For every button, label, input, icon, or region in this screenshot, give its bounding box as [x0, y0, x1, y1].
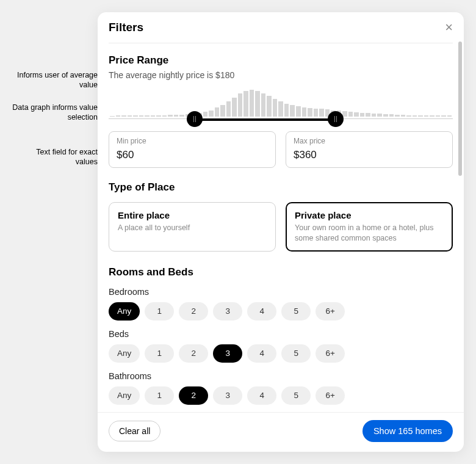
pill-beds-4[interactable]: 4 [247, 344, 276, 363]
histogram-bar [273, 99, 278, 117]
divider [109, 43, 453, 43]
pill-bathrooms-2[interactable]: 2 [179, 386, 208, 405]
histogram-bar [377, 114, 382, 117]
histogram-bar [418, 115, 423, 117]
modal-title: Filters [109, 21, 143, 34]
histogram-bar [174, 115, 179, 117]
close-icon[interactable]: × [445, 21, 453, 34]
pill-bedrooms-2[interactable]: 2 [179, 302, 208, 321]
rooms-group-2: Any123456+ [109, 386, 453, 405]
histogram-bar [342, 111, 347, 117]
scrollbar[interactable] [458, 42, 462, 176]
rooms-group-label: Bathrooms [109, 371, 453, 381]
pill-bathrooms-5[interactable]: 5 [281, 386, 311, 405]
histogram-bar [133, 115, 138, 117]
histogram-bar [413, 115, 417, 117]
price-slider-handle-min[interactable] [187, 111, 203, 127]
type-card-title: Entire place [118, 210, 267, 220]
pill-beds-6+[interactable]: 6+ [316, 344, 345, 363]
pill-beds-Any[interactable]: Any [109, 344, 140, 363]
pill-bedrooms-3[interactable]: 3 [213, 302, 242, 321]
histogram-bar [226, 101, 231, 117]
pill-bedrooms-1[interactable]: 1 [145, 302, 174, 321]
rooms-group-1: Any123456+ [109, 344, 453, 363]
histogram-bar [116, 115, 121, 117]
histogram-bar [314, 109, 319, 117]
histogram-bar [290, 105, 295, 117]
histogram-bar [267, 96, 272, 117]
histogram-bar [145, 115, 150, 117]
histogram-bar [238, 93, 243, 117]
type-card-1[interactable]: Private placeYour own room in a home or … [286, 202, 453, 252]
histogram-bar [209, 111, 214, 117]
pill-bathrooms-4[interactable]: 4 [247, 386, 276, 405]
filters-modal: Filters × Price Range The average nightl… [98, 12, 464, 452]
histogram-bar [447, 115, 452, 117]
histogram-bar [179, 115, 184, 117]
callout-data-graph: Data graph informs value selection [12, 103, 98, 123]
type-of-place-section: Type of Place Entire placeA place all to… [109, 181, 453, 252]
histogram-bar [389, 114, 394, 117]
show-homes-button[interactable]: Show 165 homes [362, 420, 453, 442]
rooms-and-beds-section: Rooms and Beds BedroomsAny123456+BedsAny… [109, 266, 453, 405]
pill-bedrooms-5[interactable]: 5 [281, 302, 311, 321]
histogram-bar [308, 108, 312, 117]
histogram-bar [220, 105, 225, 117]
type-card-0[interactable]: Entire placeA place all to yourself [109, 202, 276, 252]
price-slider-range[interactable] [195, 118, 336, 121]
histogram-bar [278, 101, 283, 117]
histogram-bar [360, 113, 365, 117]
histogram-bar [366, 113, 370, 117]
pill-beds-2[interactable]: 2 [179, 344, 208, 363]
histogram-bar [383, 114, 388, 117]
pill-bedrooms-Any[interactable]: Any [109, 302, 140, 321]
histogram-bar [243, 91, 248, 117]
max-price-value: $360 [294, 149, 445, 161]
min-price-field[interactable]: Min price $60 [109, 131, 276, 168]
pill-bathrooms-Any[interactable]: Any [109, 386, 140, 405]
pill-beds-1[interactable]: 1 [145, 344, 174, 363]
price-slider-handle-max[interactable] [328, 111, 344, 127]
type-card-desc: A place all to yourself [118, 223, 267, 233]
histogram-bar [232, 98, 237, 117]
histogram-bar [401, 115, 406, 117]
pill-bathrooms-1[interactable]: 1 [145, 386, 174, 405]
histogram-bar [284, 104, 289, 117]
price-range-section: Price Range The average nightly price is… [109, 54, 453, 168]
rooms-group-0: Any123456+ [109, 302, 453, 321]
histogram-bar [436, 115, 441, 117]
histogram-bar [203, 112, 208, 117]
price-range-heading: Price Range [109, 54, 453, 67]
price-histogram [109, 90, 453, 120]
rooms-group-label: Bedrooms [109, 287, 453, 297]
max-price-label: Max price [294, 137, 445, 145]
histogram-bar [121, 115, 126, 117]
histogram-bar [151, 115, 156, 117]
min-price-label: Min price [117, 137, 268, 145]
type-card-desc: Your own room in a home or a hotel, plus… [295, 223, 444, 244]
histogram-bar [348, 112, 353, 117]
histogram-bar [319, 109, 324, 117]
type-card-title: Private place [295, 210, 444, 220]
pill-beds-5[interactable]: 5 [281, 344, 311, 363]
callout-average-value: Informs user of average value [12, 70, 98, 90]
pill-bedrooms-6+[interactable]: 6+ [316, 302, 345, 321]
pill-beds-3[interactable]: 3 [213, 344, 242, 363]
modal-footer: Clear all Show 165 homes [98, 412, 464, 452]
histogram-bar [250, 90, 254, 117]
pill-bathrooms-3[interactable]: 3 [213, 386, 242, 405]
histogram-bar [139, 115, 144, 117]
pill-bedrooms-4[interactable]: 4 [247, 302, 276, 321]
type-of-place-heading: Type of Place [109, 181, 453, 194]
histogram-bar [128, 115, 132, 117]
rooms-and-beds-heading: Rooms and Beds [109, 266, 453, 278]
clear-all-button[interactable]: Clear all [109, 421, 160, 441]
pill-bathrooms-6+[interactable]: 6+ [316, 386, 345, 405]
histogram-bar [255, 91, 260, 117]
rooms-group-label: Beds [109, 329, 453, 339]
max-price-field[interactable]: Max price $360 [286, 131, 453, 168]
modal-header: Filters × [98, 12, 464, 34]
histogram-bar [406, 115, 411, 117]
histogram-bar [395, 115, 400, 117]
histogram-bar [430, 115, 435, 117]
